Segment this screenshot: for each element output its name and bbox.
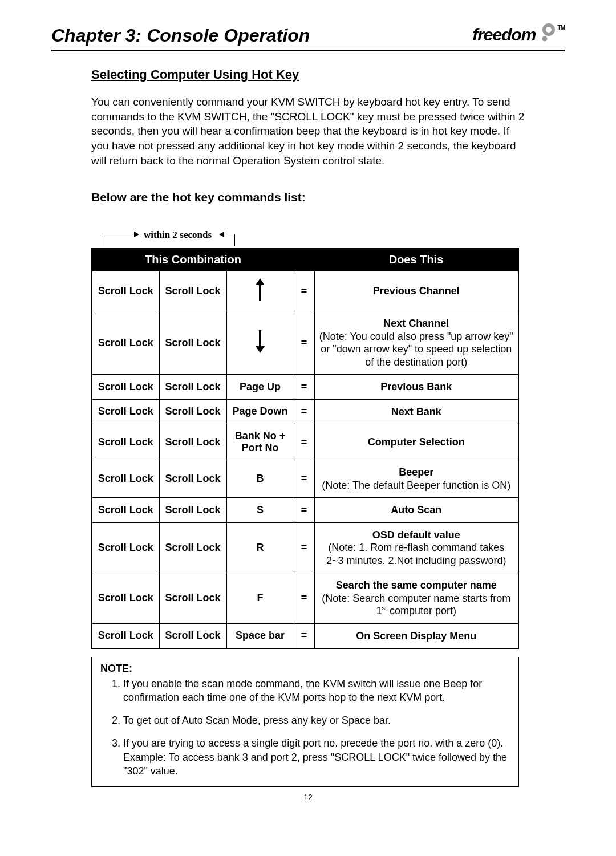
timing-label: within 2 seconds (144, 229, 212, 241)
section-title: Selecting Computer Using Hot Key (91, 67, 525, 82)
key2-cell: Scroll Lock (159, 399, 226, 424)
description-cell: Previous Bank (314, 375, 518, 400)
table-row: Scroll LockScroll LockPage Up=Previous B… (92, 375, 518, 400)
description-cell: Search the same computer name(Note: Sear… (314, 573, 518, 624)
key3-cell: R (226, 522, 294, 573)
key2-cell: Scroll Lock (159, 623, 226, 648)
timing-annotation: within 2 seconds (104, 229, 525, 248)
key3-cell: Bank No + Port No (226, 424, 294, 460)
key1-cell: Scroll Lock (92, 424, 159, 460)
page-number: 12 (51, 793, 565, 802)
timing-arrow-right-icon (224, 234, 235, 246)
brand-text: freedom (472, 25, 536, 44)
table-header-row: This Combination Does This (92, 248, 518, 271)
description-cell: On Screen Display Menu (314, 623, 518, 648)
brand-glyph-icon (538, 23, 556, 46)
equals-cell: = (294, 399, 314, 424)
key1-cell: Scroll Lock (92, 311, 159, 375)
key3-cell: B (226, 460, 294, 498)
key1-cell: Scroll Lock (92, 271, 159, 311)
description-cell: OSD default value(Note: 1. Rom re-flash … (314, 522, 518, 573)
equals-cell: = (294, 424, 314, 460)
table-row: Scroll LockScroll LockPage Down=Next Ban… (92, 399, 518, 424)
key1-cell: Scroll Lock (92, 522, 159, 573)
brand-logo: freedom TM (472, 23, 565, 46)
note-item: 3. If you are trying to access a single … (100, 736, 510, 778)
key2-cell: Scroll Lock (159, 311, 226, 375)
chapter-title: Chapter 3: Console Operation (51, 25, 310, 46)
key3-cell (226, 271, 294, 311)
arrow-up-icon (254, 277, 266, 302)
subheading: Below are the hot key commands list: (91, 190, 525, 204)
header-bar: Chapter 3: Console Operation freedom TM (51, 23, 565, 51)
content-area: Selecting Computer Using Hot Key You can… (51, 67, 565, 787)
equals-cell: = (294, 522, 314, 573)
equals-cell: = (294, 498, 314, 523)
equals-cell: = (294, 375, 314, 400)
key2-cell: Scroll Lock (159, 573, 226, 624)
equals-cell: = (294, 271, 314, 311)
table-row: Scroll LockScroll LockF=Search the same … (92, 573, 518, 624)
description-cell: Next Channel(Note: You could also press … (314, 311, 518, 375)
notes-box: NOTE: 1. If you enable the scan mode com… (91, 657, 519, 787)
key1-cell: Scroll Lock (92, 573, 159, 624)
header-combination: This Combination (92, 248, 294, 271)
description-cell: Previous Channel (314, 271, 518, 311)
equals-cell: = (294, 311, 314, 375)
key3-cell: S (226, 498, 294, 523)
arrow-down-icon (254, 329, 266, 354)
table-row: Scroll LockScroll LockBank No + Port No=… (92, 424, 518, 460)
notes-heading: NOTE: (100, 662, 510, 675)
equals-cell: = (294, 460, 314, 498)
note-item: 1. If you enable the scan mode command, … (100, 677, 510, 705)
key3-cell: Page Down (226, 399, 294, 424)
header-eq-blank (294, 248, 314, 271)
table-row: Scroll LockScroll Lock=Previous Channel (92, 271, 518, 311)
table-row: Scroll LockScroll LockR=OSD default valu… (92, 522, 518, 573)
table-row: Scroll LockScroll LockB=Beeper(Note: The… (92, 460, 518, 498)
key1-cell: Scroll Lock (92, 460, 159, 498)
description-cell: Auto Scan (314, 498, 518, 523)
key2-cell: Scroll Lock (159, 271, 226, 311)
equals-cell: = (294, 623, 314, 648)
description-cell: Next Bank (314, 399, 518, 424)
document-page: Chapter 3: Console Operation freedom TM … (0, 0, 616, 825)
key2-cell: Scroll Lock (159, 375, 226, 400)
key1-cell: Scroll Lock (92, 498, 159, 523)
key3-cell: F (226, 573, 294, 624)
key1-cell: Scroll Lock (92, 375, 159, 400)
table-row: Scroll LockScroll Lock=Next Channel(Note… (92, 311, 518, 375)
key2-cell: Scroll Lock (159, 460, 226, 498)
key3-cell (226, 311, 294, 375)
key2-cell: Scroll Lock (159, 498, 226, 523)
hotkey-table: This Combination Does This Scroll LockSc… (91, 248, 519, 649)
brand-tm: TM (558, 25, 565, 31)
key2-cell: Scroll Lock (159, 424, 226, 460)
key3-cell: Page Up (226, 375, 294, 400)
key3-cell: Space bar (226, 623, 294, 648)
key1-cell: Scroll Lock (92, 399, 159, 424)
key2-cell: Scroll Lock (159, 522, 226, 573)
description-cell: Beeper(Note: The default Beeper function… (314, 460, 518, 498)
intro-paragraph: You can conveniently command your KVM SW… (91, 95, 525, 168)
table-row: Scroll LockScroll LockS=Auto Scan (92, 498, 518, 523)
table-row: Scroll LockScroll LockSpace bar=On Scree… (92, 623, 518, 648)
svg-point-2 (542, 36, 547, 42)
svg-point-1 (546, 27, 552, 33)
key1-cell: Scroll Lock (92, 623, 159, 648)
equals-cell: = (294, 573, 314, 624)
timing-arrow-left-icon (104, 234, 138, 246)
note-item: 2. To get out of Auto Scan Mode, press a… (100, 713, 510, 727)
header-does-this: Does This (314, 248, 518, 271)
description-cell: Computer Selection (314, 424, 518, 460)
